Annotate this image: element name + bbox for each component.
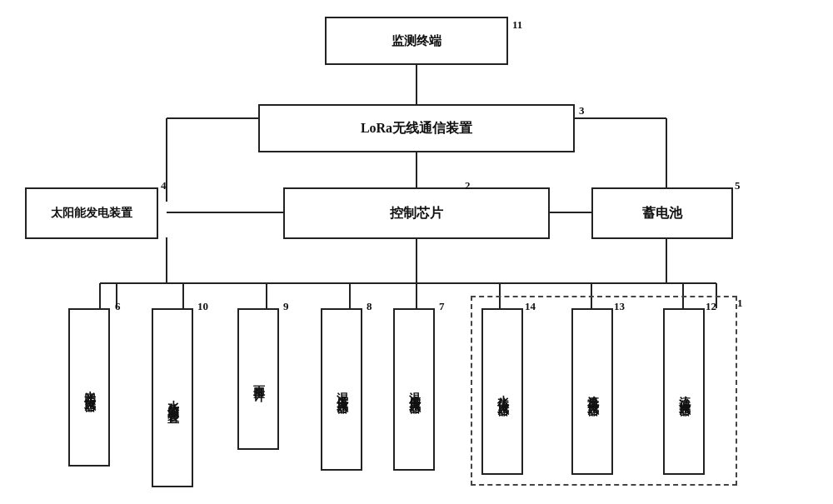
flow-rate-label: 流量传感器 [585,386,600,398]
water-quality-box: 水质监测装置 [152,308,193,487]
solar-box: 太阳能发电装置 [25,187,158,239]
velocity-label: 流速传感器 [676,386,691,398]
humidity-label: 湿度传感器 [334,383,349,396]
battery-label: 蓄电池 [642,205,682,222]
light-label: 光照传感器 [82,382,97,394]
lora-id: 3 [579,104,585,117]
control-label: 控制芯片 [390,205,443,222]
temp-box: 温度传感器 [393,308,435,471]
velocity-box: 流速传感器 [663,308,705,475]
battery-box: 蓄电池 [591,187,733,239]
humidity-id: 8 [367,300,372,313]
group-id: 1 [737,297,743,310]
water-quality-label: 水质监测装置 [165,391,180,406]
control-id: 2 [465,179,471,192]
rain-label: 雨量计 [251,376,266,383]
control-box: 控制芯片 [283,187,550,239]
flow-rate-box: 流量传感器 [571,308,613,475]
rain-box: 雨量计 [237,308,279,450]
monitor-label: 监测终端 [392,33,441,49]
diagram: 监测终端 11 LoRa无线通信装置 3 太阳能发电装置 4 控制芯片 2 蓄电… [0,0,833,504]
temp-id: 7 [439,300,445,313]
solar-label: 太阳能发电装置 [51,206,132,221]
water-quality-id: 10 [197,300,208,313]
water-level-label: 水位传感器 [495,386,510,398]
flow-rate-id: 13 [614,300,625,313]
monitor-box: 监测终端 [325,17,508,65]
water-level-box: 水位传感器 [481,308,523,475]
temp-label: 温度传感器 [407,383,421,396]
rain-id: 9 [283,300,289,313]
solar-id: 4 [161,179,167,192]
lora-box: LoRa无线通信装置 [258,104,575,152]
water-level-id: 14 [525,300,536,313]
humidity-box: 湿度传感器 [321,308,362,471]
light-sensor-box: 光照传感器 [68,308,110,467]
light-id: 6 [115,300,121,313]
velocity-id: 12 [706,300,716,313]
battery-id: 5 [735,179,741,192]
monitor-id: 11 [512,18,522,32]
lora-label: LoRa无线通信装置 [361,120,472,137]
